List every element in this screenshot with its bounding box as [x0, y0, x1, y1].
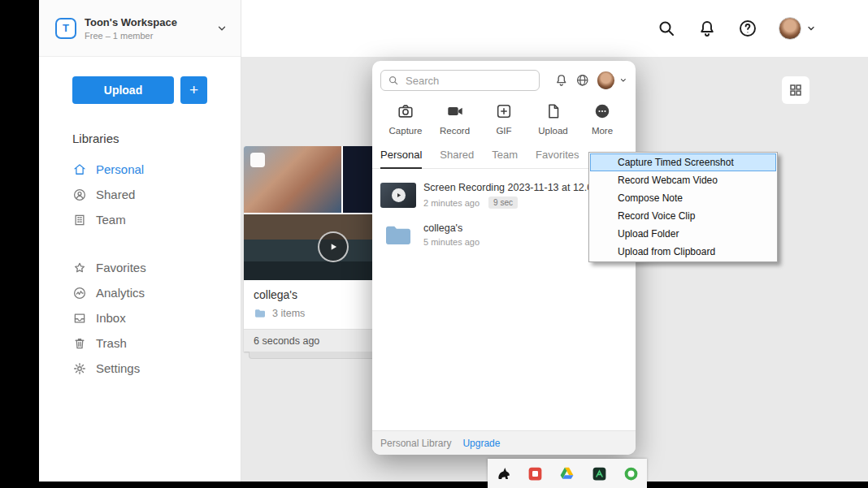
file-meta: 5 minutes ago — [423, 237, 480, 247]
ellipsis-circle-icon — [593, 102, 611, 120]
main-header — [241, 0, 868, 57]
account-menu[interactable] — [779, 17, 816, 40]
tab-shared[interactable]: Shared — [440, 149, 474, 169]
popup-toolbar — [372, 61, 636, 95]
star-icon — [72, 261, 87, 275]
avatar[interactable] — [779, 17, 801, 40]
tab-team[interactable]: Team — [492, 149, 518, 169]
inbox-icon — [72, 311, 87, 326]
workspace-info: Toon's Workspace Free – 1 member — [85, 16, 208, 41]
menu-item-upload-from-clipboard[interactable]: Upload from Clipboard — [590, 243, 776, 261]
library-label: Personal Library — [380, 438, 451, 449]
sidebar-item-label: Personal — [96, 162, 144, 176]
file-title: Screen Recording 2023-11-13 at 12.08... — [423, 182, 607, 193]
add-button[interactable]: + — [180, 76, 207, 104]
more-button[interactable]: More — [579, 102, 625, 136]
sidebar-item-shared[interactable]: Shared — [72, 182, 241, 207]
action-label: Upload — [538, 126, 567, 136]
sidebar-item-label: Shared — [96, 188, 135, 201]
file-time: 5 minutes ago — [423, 237, 480, 247]
sidebar: T Toon's Workspace Free – 1 member Uploa… — [39, 0, 241, 482]
sidebar-item-trash[interactable]: Trash — [72, 330, 241, 356]
action-label: GIF — [496, 126, 511, 136]
workspace-switcher[interactable]: T Toon's Workspace Free – 1 member — [39, 0, 241, 57]
analytics-icon — [72, 286, 87, 300]
green-app-icon[interactable] — [623, 465, 640, 482]
camera-icon — [397, 102, 414, 120]
sidebar-item-favorites[interactable]: Favorites — [72, 255, 241, 280]
sidebar-item-label: Trash — [96, 336, 127, 350]
chevron-down-icon[interactable] — [216, 23, 228, 34]
menu-item-capture-timed-screenshot[interactable]: Capture Timed Screenshot — [590, 153, 776, 171]
tab-personal[interactable]: Personal — [380, 149, 422, 169]
play-icon — [392, 188, 406, 202]
workspace-plan: Free – 1 member — [85, 31, 208, 41]
sidebar-item-settings[interactable]: Settings — [72, 356, 241, 381]
red-app-icon[interactable] — [527, 465, 544, 482]
search-icon — [388, 75, 399, 86]
app-window: T Toon's Workspace Free – 1 member Uploa… — [39, 0, 868, 482]
upload-button[interactable]: Upload — [531, 102, 576, 136]
help-icon[interactable] — [738, 19, 757, 38]
gif-button[interactable]: GIF — [481, 102, 527, 136]
menu-item-record-webcam-video[interactable]: Record Webcam Video — [590, 171, 776, 189]
menu-item-compose-note[interactable]: Compose Note — [590, 189, 776, 207]
search-icon[interactable] — [657, 19, 676, 38]
search-box[interactable] — [380, 70, 540, 91]
sidebar-item-personal[interactable]: Personal — [72, 157, 241, 182]
file-time: 2 minutes ago — [423, 198, 480, 208]
sidebar-item-analytics[interactable]: Analytics — [72, 280, 241, 305]
video-thumbnail — [380, 183, 416, 208]
file-title: collega's — [423, 222, 480, 234]
folder-thumbnail — [380, 222, 416, 247]
chevron-down-icon — [806, 24, 816, 33]
bell-icon[interactable] — [554, 73, 568, 88]
workspace-name: Toon's Workspace — [85, 16, 208, 28]
tab-favorites[interactable]: Favorites — [536, 149, 579, 169]
sidebar-item-label: Inbox — [96, 311, 126, 325]
menu-item-record-voice-clip[interactable]: Record Voice Clip — [590, 207, 776, 225]
sidebar-item-team[interactable]: Team — [72, 207, 241, 232]
capture-button[interactable]: Capture — [383, 102, 428, 136]
search-input[interactable] — [404, 74, 532, 88]
globe-icon[interactable] — [575, 73, 589, 88]
secondary-nav: Favorites Analytics Inbox Trash — [72, 255, 241, 381]
sidebar-item-label: Analytics — [96, 286, 145, 300]
library-nav: Personal Shared Team — [72, 157, 241, 232]
trash-icon — [72, 336, 87, 351]
more-context-menu: Capture Timed Screenshot Record Webcam V… — [588, 152, 778, 262]
building-icon — [72, 213, 87, 227]
action-label: Capture — [389, 126, 423, 136]
action-bar: Capture Record GIF Upload — [372, 95, 636, 139]
file-icon — [545, 102, 562, 120]
duration-badge: 9 sec — [488, 196, 518, 209]
sidebar-item-label: Team — [96, 213, 126, 227]
plus-square-icon — [495, 102, 513, 120]
taskbar-dock — [488, 459, 647, 488]
sidebar-item-inbox[interactable]: Inbox — [72, 305, 241, 330]
select-checkbox[interactable] — [250, 153, 265, 167]
sidebar-item-label: Settings — [96, 361, 140, 375]
workspace-badge: T — [55, 18, 76, 39]
play-icon — [318, 231, 349, 262]
dark-green-app-icon[interactable] — [591, 465, 608, 482]
gear-icon — [72, 361, 87, 376]
person-circle-icon — [72, 188, 87, 202]
google-drive-icon[interactable] — [558, 465, 575, 482]
popup-footer: Personal Library Upgrade — [372, 430, 636, 455]
folder-icon — [254, 307, 267, 320]
record-button[interactable]: Record — [432, 102, 478, 136]
droplr-kangaroo-icon[interactable] — [495, 465, 512, 482]
upload-row: Upload + — [72, 76, 241, 104]
grid-view-toggle-button[interactable] — [782, 76, 809, 104]
file-meta: 2 minutes ago 9 sec — [423, 196, 607, 209]
file-info: Screen Recording 2023-11-13 at 12.08... … — [423, 182, 607, 209]
libraries-heading: Libraries — [72, 132, 241, 145]
chevron-down-icon[interactable] — [619, 76, 627, 84]
menu-item-upload-folder[interactable]: Upload Folder — [590, 225, 776, 243]
avatar[interactable] — [597, 71, 614, 89]
bell-icon[interactable] — [697, 19, 717, 38]
upgrade-link[interactable]: Upgrade — [462, 438, 500, 449]
upload-button[interactable]: Upload — [72, 76, 174, 104]
action-label: More — [592, 126, 613, 136]
